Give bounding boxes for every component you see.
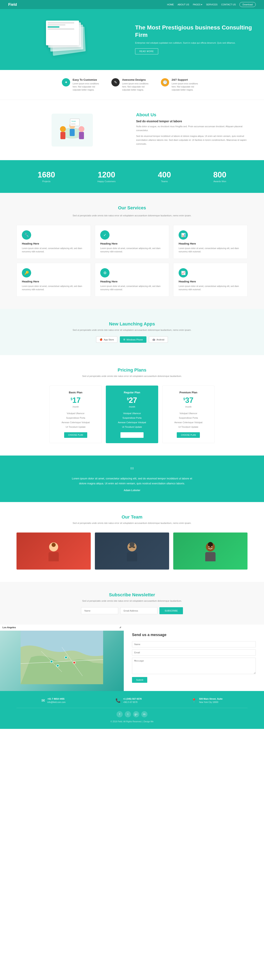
about-title: About Us xyxy=(136,112,248,118)
svg-text:WORK: WORK xyxy=(71,123,76,125)
feature-icon-2: ✎ xyxy=(111,78,120,86)
svg-rect-7 xyxy=(70,119,79,126)
about-svg: TEAM WORK xyxy=(53,115,92,146)
mockup-bar xyxy=(48,22,74,24)
contact-message-input[interactable] xyxy=(132,658,256,674)
pricing-choose-basic-button[interactable]: Choose Plan xyxy=(64,432,87,438)
feature-icon-3: 🕐 xyxy=(161,78,169,86)
footer-col-2: 📞 +1 (345) 567 6578 +961 5 67 6578 xyxy=(115,697,142,704)
svg-point-5 xyxy=(78,126,84,132)
hero-left xyxy=(8,21,129,57)
service-card-2: ✓ Heading Here Lorem ipsum dolor sit ame… xyxy=(95,225,169,259)
windows-phone-button[interactable]: ⊞ Windows Phone xyxy=(120,336,146,343)
stat-label-3: Teams xyxy=(158,180,171,183)
svg-point-12 xyxy=(51,543,56,547)
pricing-choose-regular-button[interactable]: Choose Plan xyxy=(120,432,144,438)
services-section: Our Services Sed ut perspiciatis unde om… xyxy=(0,193,264,309)
svg-point-21 xyxy=(208,542,213,547)
stat-num-3: 400 xyxy=(158,170,171,179)
hero-read-more-button[interactable]: Read More xyxy=(135,48,158,54)
nav-contact[interactable]: Contact Us xyxy=(221,3,236,6)
service-card-1: 🔧 Heading Here Lorem ipsum dolor sit ame… xyxy=(16,225,91,259)
app-store-button[interactable]: 🍎 App Store xyxy=(96,336,117,343)
phone-icon: 📞 xyxy=(115,698,121,703)
svg-point-29 xyxy=(65,656,67,659)
social-googleplus-button[interactable]: g+ xyxy=(133,711,139,718)
service-title-3: Heading Here xyxy=(179,242,242,245)
svg-point-22 xyxy=(208,546,210,547)
service-icon-6: 📈 xyxy=(179,268,188,277)
about-image: TEAM WORK xyxy=(16,114,128,146)
footer-col-3: 📍 500 Main Street, Suite New York City 1… xyxy=(191,697,222,704)
feature-icon-1: ✦ xyxy=(62,78,70,86)
nav-download-button[interactable]: Download xyxy=(240,2,256,7)
apps-subtitle: Sed ut perspiciatis unde omnis iste natu… xyxy=(16,329,248,331)
pricing-features-regular: Volutpat Ullamcor Suspendisse Porta Aene… xyxy=(111,411,153,429)
about-illustration: TEAM WORK xyxy=(51,114,93,146)
svg-point-23 xyxy=(211,546,212,547)
nav-pages[interactable]: Pages ▾ xyxy=(193,3,202,6)
contact-submit-button[interactable]: Submit xyxy=(132,677,147,683)
newsletter-title: Subscribe Newsletter xyxy=(16,592,248,598)
social-twitter-button[interactable]: t xyxy=(125,711,131,718)
services-title: Our Services xyxy=(118,205,146,211)
hero-title: The Most Prestigious business Consulting… xyxy=(135,24,256,39)
feature-title-3: 24/7 Support xyxy=(171,78,202,81)
service-icon-1: 🔧 xyxy=(22,230,31,240)
feature-text-2: Lorem ipsum eros conditions here. Nisl v… xyxy=(122,82,153,91)
feature-title-1: Easy To Customize xyxy=(73,78,103,81)
service-icon-5: ⚙ xyxy=(100,268,109,277)
footer-social: f t g+ in xyxy=(16,711,248,718)
contact-form: Send us a message Submit xyxy=(124,625,264,691)
app-buttons: 🍎 App Store ⊞ Windows Phone 🤖 Android xyxy=(16,336,248,343)
pricing-features-premium: Volutpat Ullamcor Suspendisse Porta Aene… xyxy=(168,411,209,429)
social-facebook-button[interactable]: f xyxy=(117,711,123,718)
testimonial-author: Adam Lobster xyxy=(16,489,248,492)
apple-icon: 🍎 xyxy=(99,338,102,341)
stat-4: 800 Awards Won xyxy=(213,170,226,183)
service-title-4: Heading Here xyxy=(22,280,85,283)
newsletter-subscribe-button[interactable]: Subscribe xyxy=(160,607,183,614)
pricing-grid: Basic Plan $17 /month Volutpat Ullamcor … xyxy=(50,385,214,443)
mockup-bar xyxy=(48,29,74,30)
about-para1: Nulla dolor ut augue, eu tincidunt risus… xyxy=(136,124,248,132)
android-button[interactable]: 🤖 Android xyxy=(149,336,168,343)
service-card-6: 📈 Heading Here Lorem ipsum dolor sit ame… xyxy=(173,263,248,297)
services-grid: 🔧 Heading Here Lorem ipsum dolor sit ame… xyxy=(16,225,248,297)
nav-home[interactable]: Home xyxy=(167,3,174,6)
testimonial-quote-icon: " xyxy=(16,466,248,476)
nav-about[interactable]: About Us xyxy=(178,3,189,6)
service-text-1: Lorem ipsum dolor sit amet, consectetuer… xyxy=(22,247,85,253)
social-linkedin-button[interactable]: in xyxy=(141,711,147,718)
service-text-4: Lorem ipsum dolor sit amet, consectetuer… xyxy=(22,285,85,291)
team-header: Our Team Sed ut perspiciatis unde omnis … xyxy=(16,514,248,524)
stat-2: 1200 Happy Customers xyxy=(98,170,115,183)
service-text-6: Lorem ipsum dolor sit amet, consectetuer… xyxy=(179,285,242,291)
pricing-period-premium: /month xyxy=(168,406,209,408)
stat-label-1: Projects xyxy=(38,180,55,183)
about-content: About Us Sed do eiusmod tempor ut labore… xyxy=(136,112,248,148)
hero-subtitle: Enterprise nisl volutpat cupidatat non c… xyxy=(135,41,256,45)
stat-3: 400 Teams xyxy=(158,170,171,183)
mockup-bar xyxy=(48,24,66,25)
email-icon: ✉ xyxy=(42,698,45,703)
svg-point-30 xyxy=(56,665,59,667)
navbar: Field Home About Us Pages ▾ Services Con… xyxy=(0,0,264,9)
service-title-2: Heading Here xyxy=(100,242,164,245)
svg-rect-16 xyxy=(129,547,131,548)
pricing-card-premium: Premium Plan $37 /month Volutpat Ullamco… xyxy=(162,385,214,443)
newsletter-email-input[interactable] xyxy=(120,607,157,614)
pricing-choose-premium-button[interactable]: Choose Plan xyxy=(177,432,200,438)
newsletter-name-input[interactable] xyxy=(81,607,118,614)
contact-name-input[interactable] xyxy=(132,641,256,648)
map-zoom-icon: ⤢ xyxy=(119,626,121,629)
service-text-5: Lorem ipsum dolor sit amet, consectetuer… xyxy=(100,285,164,291)
nav-services[interactable]: Services xyxy=(206,3,218,6)
stats-section: 1680 Projects 1200 Happy Customers 400 T… xyxy=(0,160,264,193)
service-icon-4: 🔑 xyxy=(22,268,31,277)
team-grid xyxy=(16,533,248,570)
mockup-page-1 xyxy=(46,21,79,45)
contact-email-input[interactable] xyxy=(132,649,256,655)
feature-item-1: ✦ Easy To Customize Lorem ipsum eros con… xyxy=(62,78,103,91)
services-header: Our Services Sed ut perspiciatis unde om… xyxy=(16,205,248,217)
